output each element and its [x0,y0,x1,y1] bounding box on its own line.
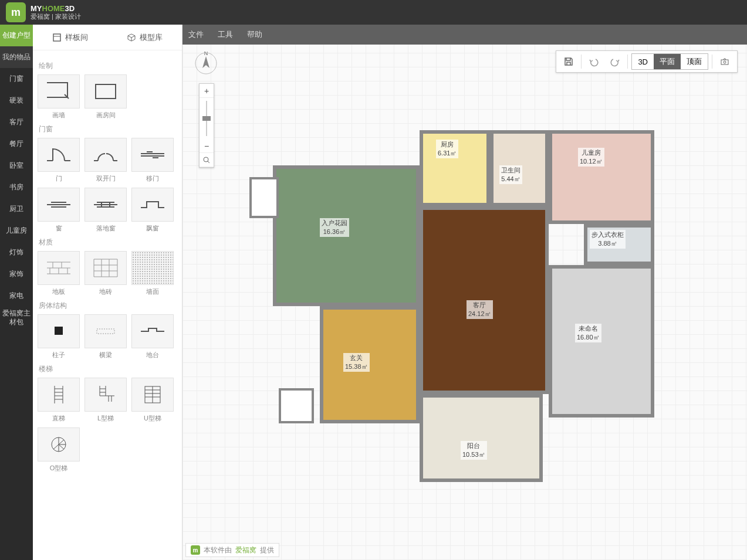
snapshot-button[interactable] [716,53,734,70]
section-structure-title: 房体结构 [39,301,177,311]
thumb-window[interactable]: 窗 [38,188,80,233]
nav-living[interactable]: 客厅 [0,111,33,133]
thumb-straight-stair[interactable]: 直梯 [38,378,80,423]
room-unnamed[interactable] [549,265,654,418]
menu-help[interactable]: 帮助 [247,29,262,40]
save-button[interactable] [560,53,577,70]
category-nav: 创建户型 我的物品 门窗 硬装 客厅 餐厅 卧室 书房 厨卫 儿童房 灯饰 家饰… [0,25,33,560]
section-stairs-title: 楼梯 [39,364,177,374]
floorplan[interactable]: 厨房6.31㎡ 卫生间5.44㎡ 儿童房10.12㎡ 入户花园16.36㎡ 步入… [214,83,637,447]
room-balcony-label: 阳台10.53㎡ [461,441,487,460]
thumb-label: 地砖 [84,287,127,296]
view-3d[interactable]: 3D [632,54,654,69]
nav-kids-room[interactable]: 儿童房 [0,220,33,242]
logo-subtitle: 爱福窝 | 家装设计 [31,13,81,21]
nav-lighting[interactable]: 灯饰 [0,242,33,263]
view-top[interactable]: 顶面 [681,54,708,69]
zoom-slider[interactable] [200,98,214,139]
nav-my-items[interactable]: 我的物品 [0,46,33,68]
thumb-bay-window[interactable]: 飘窗 [131,188,174,233]
thumb-door[interactable]: 门 [38,138,80,183]
nav-dining[interactable]: 餐厅 [0,133,33,155]
svg-rect-0 [53,34,60,41]
thumb-label: 移门 [131,174,174,183]
nav-bedroom[interactable]: 卧室 [0,155,33,177]
room-foyer[interactable] [320,306,420,423]
zoom-fit-button[interactable] [200,153,214,167]
watermark-suffix: 提供 [260,545,274,555]
logo-home: HOME [42,4,65,13]
thumb-label: 双开门 [84,174,127,183]
tab-library[interactable]: 模型库 [107,25,182,50]
watermark-prefix: 本软件由 [204,545,232,555]
thumb-sliding-door[interactable]: 移门 [131,138,174,183]
view-toolbar: 3D 平面 顶面 [556,50,738,73]
room-living-label: 客厅24.12㎡ [467,300,493,319]
svg-rect-2 [55,327,63,335]
thumb-label: 地台 [131,351,174,359]
app-header: m MYHOME3D 爱福窝 | 家装设计 [0,0,747,25]
room-bath-label: 卫生间5.44㎡ [499,165,522,184]
thumb-tile[interactable]: 地砖 [84,251,127,296]
room-ledge-2 [279,388,314,423]
room-kitchen-label: 厨房6.31㎡ [436,140,458,158]
thumb-l-stair[interactable]: L型梯 [84,378,127,423]
nav-kitchen-bath[interactable]: 厨卫 [0,198,33,220]
room-balcony[interactable] [420,394,543,482]
view-mode-segment: 3D 平面 顶面 [631,53,708,70]
cube-icon [127,33,136,42]
section-material-title: 材质 [39,237,177,247]
thumb-label: 画房间 [84,111,127,120]
watermark-brand: 爱福窝 [235,545,256,555]
thumb-label: O型梯 [38,464,80,473]
thumb-label: 柱子 [38,351,80,359]
thumb-draw-room[interactable]: 画房间 [84,74,127,120]
thumb-floor-window[interactable]: 落地窗 [84,188,127,233]
thumb-label: 落地窗 [84,224,127,233]
room-garden-label: 入户花园16.36㎡ [320,218,349,237]
zoom-in-button[interactable]: + [200,84,214,98]
thumb-beam[interactable]: 横梁 [84,314,127,359]
tab-template[interactable]: 样板间 [33,25,107,50]
section-draw-title: 绘制 [39,61,177,71]
redo-button[interactable] [606,53,624,70]
compass-icon[interactable]: N [193,50,219,76]
zoom-out-button[interactable]: − [200,139,214,153]
nav-door-window[interactable]: 门窗 [0,68,33,90]
nav-study[interactable]: 书房 [0,177,33,198]
thumb-platform[interactable]: 地台 [131,314,174,359]
nav-appliance[interactable]: 家电 [0,285,33,307]
nav-create-plan[interactable]: 创建户型 [0,25,33,46]
thumb-u-stair[interactable]: U型梯 [131,378,174,423]
undo-button[interactable] [585,53,603,70]
watermark-logo-icon: m [191,545,200,555]
logo-text: MYHOME3D 爱福窝 | 家装设计 [31,4,81,21]
menu-file[interactable]: 文件 [188,29,204,40]
room-kids[interactable] [549,130,654,224]
thumb-column[interactable]: 柱子 [38,314,80,359]
thumb-floor[interactable]: 地板 [38,251,80,296]
thumb-spiral-stair[interactable]: O型梯 [38,427,80,473]
view-plan[interactable]: 平面 [654,54,681,69]
thumb-label: U型梯 [131,414,174,423]
nav-decor[interactable]: 家饰 [0,263,33,285]
room-foyer-label: 玄关15.38㎡ [343,353,370,372]
thumb-label: 直梯 [38,414,80,423]
thumb-double-door[interactable]: 双开门 [84,138,127,183]
thumb-draw-wall[interactable]: 画墙 [38,74,80,120]
menu-tools[interactable]: 工具 [218,29,233,40]
room-closet-label: 步入式衣柜3.88㎡ [590,230,626,249]
template-icon [52,33,62,42]
svg-point-9 [724,61,726,63]
watermark: m 本软件由爱福窝提供 [185,543,279,557]
thumb-label: 窗 [38,224,80,233]
svg-rect-1 [96,84,116,99]
thumb-label: 飘窗 [131,224,174,233]
room-unnamed-label: 未命名16.80㎡ [575,324,601,342]
thumb-wall-surface[interactable]: 墙面 [131,251,174,296]
canvas[interactable]: 文件 工具 帮助 N + − 3D 平面 顶面 [182,25,747,560]
nav-material-pack[interactable]: 爱福窝主材包 [0,307,33,328]
thumb-label: 横梁 [84,351,127,359]
nav-hardscape[interactable]: 硬装 [0,90,33,111]
asset-sidebar: 样板间 模型库 绘制 画墙 画房间 门窗 [33,25,182,560]
